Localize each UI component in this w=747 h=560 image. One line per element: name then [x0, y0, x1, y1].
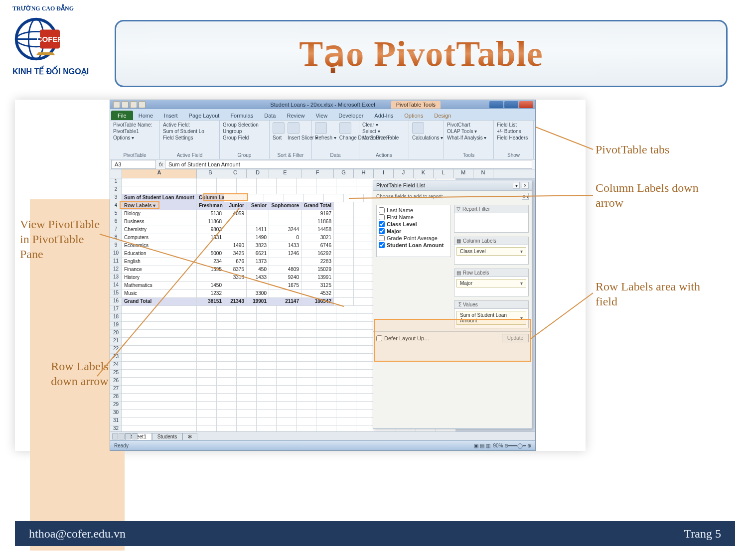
row-field-pill-label: Major [460, 280, 472, 286]
close-button[interactable] [519, 101, 533, 108]
group-sortfilter-title: Sort & Filter [273, 152, 308, 158]
ungroup-button[interactable]: Ungroup [223, 129, 266, 134]
move-pt-button[interactable]: Move PivotTable [362, 135, 406, 140]
calculations-button[interactable]: Calculations ▾ [412, 135, 441, 140]
field-class-level[interactable]: Class Level [379, 221, 448, 227]
tab-file[interactable]: File [111, 111, 133, 120]
view-normal-icon[interactable]: ▣ [474, 443, 478, 448]
field-grade-point-average[interactable]: Grade Point Average [379, 235, 448, 241]
tab-data[interactable]: Data [259, 111, 281, 120]
area-column-labels-label: Column Labels [463, 238, 496, 244]
fieldlist-close-icon[interactable]: × [522, 182, 529, 189]
maximize-button[interactable] [504, 101, 518, 108]
whatif-button[interactable]: What-If Analysis ▾ [447, 135, 490, 140]
sheet-tab-students[interactable]: Students [152, 433, 182, 440]
qat-save-icon[interactable] [122, 101, 129, 108]
row-field-pill[interactable]: Major▾ [456, 279, 526, 287]
sheet-tab-new[interactable]: ✻ [182, 433, 197, 440]
area-row-labels[interactable]: ▤Row Labels Major▾ [454, 269, 529, 296]
col-M[interactable]: M [453, 169, 473, 178]
refresh-icon[interactable] [315, 122, 327, 134]
tab-pagelayout[interactable]: Page Layout [183, 111, 225, 120]
sort-az-icon[interactable] [273, 122, 285, 134]
sheet-tab-bar: Sheet1 Students ✻ [110, 431, 535, 440]
layout-options-icon[interactable]: ⚙▾ [522, 193, 529, 200]
af-field-settings[interactable]: Field Settings [163, 135, 216, 140]
chevron-down-icon[interactable]: ▾ [520, 249, 523, 254]
clear-button[interactable]: Clear ▾ [362, 122, 406, 128]
olap-button[interactable]: OLAP Tools ▾ [447, 129, 490, 134]
refresh-button[interactable]: Refresh ▾ [315, 135, 336, 140]
column-field-pill[interactable]: Class Level▾ [456, 247, 526, 256]
field-first-name[interactable]: First Name [379, 214, 448, 220]
calculations-icon[interactable] [412, 122, 424, 134]
fieldlist-toggle[interactable]: Field List [497, 122, 530, 128]
footer-email: hthoa@cofer.edu.vn [29, 527, 126, 541]
plusminus-toggle[interactable]: +/- Buttons [497, 129, 530, 134]
zoom-out-icon[interactable]: ⊖ [504, 443, 508, 448]
sheet-next-icon[interactable] [125, 433, 131, 439]
field-student-loan-amount[interactable]: Student Loan Amount [379, 242, 448, 248]
group-selection-button[interactable]: Group Selection [223, 122, 266, 128]
tab-insert[interactable]: Insert [158, 111, 183, 120]
sheet-first-icon[interactable] [112, 433, 118, 439]
col-K[interactable]: K [414, 169, 434, 178]
fx-icon[interactable]: fx [157, 160, 165, 168]
tab-formulas[interactable]: Formulas [225, 111, 259, 120]
slicer-icon[interactable] [288, 122, 299, 134]
field-major[interactable]: Major [379, 228, 448, 234]
minimize-button[interactable] [489, 101, 503, 108]
col-C[interactable]: C [224, 169, 247, 178]
qat-undo-icon[interactable] [130, 101, 137, 108]
pivottable-field-list[interactable]: PivotTable Field List ▾ × Choose fields … [373, 180, 532, 429]
pivotchart-button[interactable]: PivotChart [447, 122, 490, 128]
group-sortfilter: Sort Insert Slicer ▾ Sort & Filter [270, 121, 312, 159]
tab-review[interactable]: Review [281, 111, 310, 120]
col-F[interactable]: F [301, 169, 334, 178]
zoom-level[interactable]: 90% [493, 443, 503, 448]
pt-options-button[interactable]: Options ▾ [113, 135, 156, 140]
group-tools-title: Tools [447, 152, 490, 158]
area-values-label: Σ Values [458, 302, 478, 307]
field-last-name[interactable]: Last Name [379, 207, 448, 213]
sort-button[interactable]: Sort [273, 135, 285, 140]
qat-redo-icon[interactable] [139, 101, 146, 108]
available-fields-list[interactable]: Last NameFirst NameClass LevelMajorGrade… [376, 205, 451, 257]
select-button[interactable]: Select ▾ [362, 129, 406, 134]
area-column-labels[interactable]: ▦Column Labels Class Level▾ [454, 237, 529, 265]
fieldheaders-toggle[interactable]: Field Headers [497, 135, 530, 140]
tab-home[interactable]: Home [133, 111, 158, 120]
pt-name-value[interactable]: PivotTable1 [113, 129, 156, 134]
area-report-filter[interactable]: ▽Report Filter [454, 205, 529, 233]
col-H[interactable]: H [354, 169, 374, 178]
chevron-down-icon[interactable]: ▾ [520, 280, 523, 286]
select-all-corner[interactable] [110, 169, 122, 178]
change-source-icon[interactable] [339, 122, 351, 134]
view-pagebreak-icon[interactable]: ▥ [486, 443, 490, 448]
col-N[interactable]: N [473, 169, 493, 178]
tab-design[interactable]: Design [429, 111, 456, 120]
tab-developer[interactable]: Developer [333, 111, 369, 120]
col-D[interactable]: D [247, 169, 269, 178]
tab-view[interactable]: View [310, 111, 333, 120]
sheet-last-icon[interactable] [132, 433, 138, 439]
col-J[interactable]: J [394, 169, 414, 178]
tab-addins[interactable]: Add-Ins [369, 111, 399, 120]
slide-title-bar: Tạo PivotTable [115, 20, 728, 87]
col-B[interactable]: B [197, 169, 224, 178]
col-I[interactable]: I [374, 169, 394, 178]
sheet-prev-icon[interactable] [119, 433, 125, 439]
name-box[interactable]: A3 [111, 160, 156, 169]
group-field-button[interactable]: Group Field [223, 135, 266, 140]
fieldlist-dropdown-icon[interactable]: ▾ [513, 182, 520, 189]
af-value[interactable]: Sum of Student Lo [163, 129, 216, 134]
tab-options[interactable]: Options [399, 111, 429, 120]
col-L[interactable]: L [434, 169, 453, 178]
view-pagelayout-icon[interactable]: ▤ [480, 443, 484, 448]
col-G[interactable]: G [334, 169, 354, 178]
column-headers: A B C D E F G H I J K L M N [110, 169, 535, 178]
zoom-in-icon[interactable]: ⊕ [527, 443, 531, 448]
col-A[interactable]: A [122, 169, 197, 178]
col-E[interactable]: E [269, 169, 301, 178]
formula-text[interactable]: Sum of Student Loan Amount [165, 160, 532, 169]
